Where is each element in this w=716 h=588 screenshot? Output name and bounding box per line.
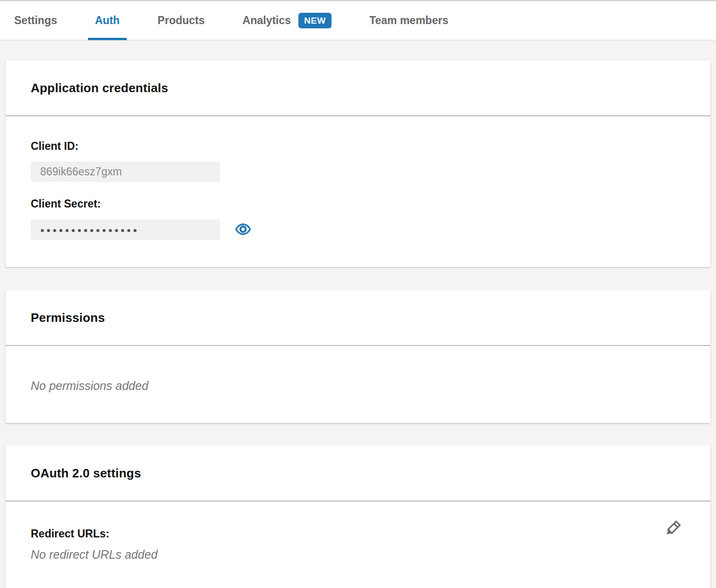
pencil-icon <box>662 518 683 540</box>
client-id-value[interactable]: 869ik66esz7gxm <box>31 162 220 182</box>
tab-products-label: Products <box>157 14 205 27</box>
tab-products[interactable]: Products <box>157 1 205 40</box>
eye-icon <box>235 221 252 239</box>
permissions-header: Permissions <box>6 290 710 346</box>
oauth-settings-title: OAuth 2.0 settings <box>31 466 141 481</box>
client-id-label: Client ID: <box>31 140 685 153</box>
show-secret-button[interactable] <box>235 221 252 238</box>
application-credentials-title: Application credentials <box>31 81 168 95</box>
application-credentials-body: Client ID: 869ik66esz7gxm Client Secret:… <box>6 116 710 267</box>
new-badge: NEW <box>298 13 332 28</box>
tab-analytics-label: Analytics <box>243 14 291 27</box>
tab-auth[interactable]: Auth <box>95 1 120 40</box>
permissions-card: Permissions No permissions added <box>6 290 710 423</box>
application-credentials-card: Application credentials Client ID: 869ik… <box>6 61 710 267</box>
tab-team-members-label: Team members <box>369 14 448 27</box>
application-credentials-header: Application credentials <box>6 61 710 116</box>
client-secret-row: ●●●●●●●●●●●●●●●● <box>31 219 685 240</box>
permissions-empty-text: No permissions added <box>31 379 685 393</box>
tab-settings[interactable]: Settings <box>14 1 57 40</box>
permissions-body: No permissions added <box>6 346 710 423</box>
oauth-settings-header: OAuth 2.0 settings <box>6 446 710 502</box>
tab-bar: Settings Auth Products Analytics NEW Tea… <box>0 1 716 41</box>
redirect-urls-label: Redirect URLs: <box>31 527 685 540</box>
oauth-settings-card: OAuth 2.0 settings Redirect URLs: No red… <box>6 446 710 588</box>
tab-team-members[interactable]: Team members <box>369 1 448 40</box>
client-secret-label: Client Secret: <box>31 198 685 210</box>
client-secret-value[interactable]: ●●●●●●●●●●●●●●●● <box>31 219 220 240</box>
tab-auth-label: Auth <box>95 14 120 27</box>
tab-settings-label: Settings <box>14 14 57 27</box>
permissions-title: Permissions <box>31 311 105 325</box>
edit-redirect-urls-button[interactable] <box>662 519 683 539</box>
tab-analytics[interactable]: Analytics NEW <box>243 1 332 40</box>
oauth-settings-body: Redirect URLs: No redirect URLs added <box>6 502 710 588</box>
redirect-urls-empty-text: No redirect URLs added <box>31 548 685 562</box>
